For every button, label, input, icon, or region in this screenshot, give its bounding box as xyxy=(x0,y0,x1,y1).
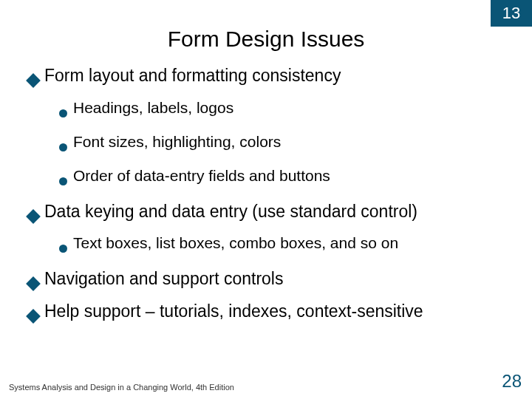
bullet-level2: Order of data-entry fields and buttons xyxy=(59,166,510,190)
bullet-text: Navigation and support controls xyxy=(44,268,283,290)
bullet-text: Form layout and formatting consistency xyxy=(44,65,341,86)
slide-footer: Systems Analysis and Design in a Changin… xyxy=(9,371,522,392)
chapter-badge: 13 xyxy=(491,0,532,27)
footer-text: Systems Analysis and Design in a Changin… xyxy=(9,383,234,392)
page-number: 28 xyxy=(502,371,522,392)
circle-icon xyxy=(59,171,67,190)
chapter-number: 13 xyxy=(502,4,520,23)
slide-content: Form layout and formatting consistency H… xyxy=(0,65,532,327)
slide-title: Form Design Issues xyxy=(0,0,532,65)
diamond-icon xyxy=(28,69,38,91)
circle-icon xyxy=(59,137,67,156)
circle-icon xyxy=(59,238,67,257)
bullet-text: Data keying and data entry (use standard… xyxy=(44,201,417,222)
circle-icon xyxy=(59,103,67,122)
bullet-text: Order of data-entry fields and buttons xyxy=(73,166,330,185)
diamond-icon xyxy=(28,205,38,227)
sub-bullet-group: Text boxes, list boxes, combo boxes, and… xyxy=(28,233,510,257)
bullet-level1: Data keying and data entry (use standard… xyxy=(28,201,510,227)
bullet-level2: Headings, labels, logos xyxy=(59,98,510,122)
bullet-level1: Help support – tutorials, indexes, conte… xyxy=(28,301,510,327)
bullet-level2: Font sizes, highlighting, colors xyxy=(59,132,510,156)
diamond-icon xyxy=(28,305,38,327)
bullet-text: Font sizes, highlighting, colors xyxy=(73,132,281,151)
bullet-level2: Text boxes, list boxes, combo boxes, and… xyxy=(59,233,510,257)
bullet-level1: Form layout and formatting consistency xyxy=(28,65,510,91)
bullet-level1: Navigation and support controls xyxy=(28,268,510,294)
sub-bullet-group: Headings, labels, logos Font sizes, high… xyxy=(28,98,510,191)
bullet-text: Help support – tutorials, indexes, conte… xyxy=(44,301,423,322)
bullet-text: Headings, labels, logos xyxy=(73,98,233,117)
bullet-text: Text boxes, list boxes, combo boxes, and… xyxy=(73,233,398,253)
diamond-icon xyxy=(28,273,38,294)
